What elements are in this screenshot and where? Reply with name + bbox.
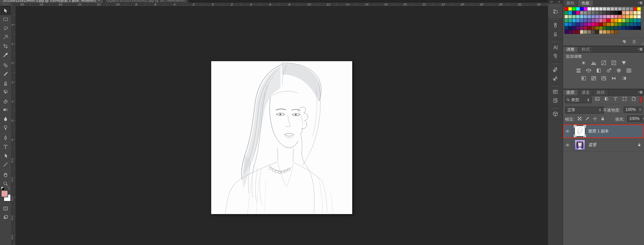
color-swatch[interactable] bbox=[564, 26, 568, 30]
adjustment-channel-mixer-button[interactable] bbox=[615, 68, 623, 74]
layer-visibility-toggle[interactable] bbox=[563, 124, 572, 138]
history-brush-tool[interactable] bbox=[0, 88, 11, 97]
new-swatch-icon[interactable] bbox=[622, 39, 627, 44]
foreground-color-swatch[interactable] bbox=[1, 190, 8, 197]
lock-all-button[interactable] bbox=[600, 116, 605, 121]
color-swatch[interactable] bbox=[599, 7, 603, 11]
color-swatch[interactable] bbox=[580, 7, 584, 11]
opacity-input[interactable]: 100% bbox=[624, 107, 643, 113]
lasso-tool[interactable] bbox=[0, 24, 11, 33]
swap-colors-icon[interactable] bbox=[7, 186, 10, 190]
color-swatch[interactable] bbox=[599, 26, 603, 30]
color-swatch[interactable] bbox=[606, 26, 610, 30]
color-swatch[interactable] bbox=[599, 18, 603, 22]
color-swatch[interactable] bbox=[618, 7, 622, 11]
color-swatch[interactable] bbox=[614, 30, 618, 34]
color-swatch[interactable] bbox=[576, 30, 580, 34]
color-swatch[interactable] bbox=[633, 11, 637, 14]
color-swatch[interactable] bbox=[637, 15, 641, 18]
dock-group-gripper[interactable] bbox=[551, 107, 559, 109]
dock-group-gripper[interactable] bbox=[552, 5, 559, 7]
color-swatch[interactable] bbox=[603, 26, 606, 30]
color-swatch[interactable] bbox=[599, 15, 603, 18]
lock-position-button[interactable] bbox=[593, 116, 597, 121]
color-swatch[interactable] bbox=[637, 7, 641, 11]
layer-thumbnail[interactable] bbox=[574, 126, 585, 136]
default-colors-icon[interactable] bbox=[1, 187, 4, 190]
color-swatch[interactable] bbox=[637, 26, 641, 30]
color-swatch[interactable] bbox=[614, 23, 618, 26]
document-tab-2[interactable]: QQ图片20110728163522.jpg @ 16.7%(RGB/8#) bbox=[103, 0, 189, 3]
color-swatch[interactable] bbox=[568, 26, 572, 30]
layer-thumbnail[interactable] bbox=[574, 139, 585, 150]
color-swatch[interactable] bbox=[606, 30, 610, 34]
color-swatch[interactable] bbox=[572, 15, 576, 18]
clone-source-panel-button[interactable] bbox=[549, 30, 562, 38]
dodge-tool[interactable] bbox=[0, 123, 11, 132]
color-swatch[interactable] bbox=[595, 30, 599, 34]
color-swatch[interactable] bbox=[637, 18, 641, 22]
color-swatch[interactable] bbox=[603, 15, 606, 18]
hand-tool[interactable] bbox=[0, 170, 11, 179]
color-swatch[interactable] bbox=[603, 11, 606, 14]
color-swatch[interactable] bbox=[606, 7, 610, 11]
color-swatch[interactable] bbox=[576, 23, 580, 26]
color-swatch[interactable] bbox=[610, 18, 614, 22]
color-swatch[interactable] bbox=[587, 15, 591, 18]
filter-type-button[interactable] bbox=[613, 96, 618, 101]
tab-close-button[interactable]: × bbox=[98, 0, 100, 3]
rectangular-marquee-tool[interactable] bbox=[0, 15, 11, 24]
color-swatch[interactable] bbox=[618, 11, 622, 14]
adjustment-selective-color-button[interactable] bbox=[610, 75, 618, 81]
adjustment-brightness-contrast-button[interactable] bbox=[580, 60, 588, 66]
color-swatch[interactable] bbox=[595, 11, 599, 14]
brush-presets-panel-button[interactable] bbox=[549, 21, 562, 30]
adjustment-curves-button[interactable] bbox=[600, 60, 608, 66]
color-swatch[interactable] bbox=[587, 18, 591, 22]
filter-image-button[interactable] bbox=[595, 96, 600, 101]
lock-transparent-button[interactable] bbox=[577, 116, 582, 121]
color-swatch[interactable] bbox=[595, 23, 599, 26]
color-swatch[interactable] bbox=[610, 15, 614, 18]
color-swatch[interactable] bbox=[591, 23, 595, 26]
color-swatch[interactable] bbox=[591, 15, 595, 18]
color-swatch[interactable] bbox=[630, 23, 633, 26]
color-swatch[interactable] bbox=[576, 15, 580, 18]
color-swatch[interactable] bbox=[572, 18, 576, 22]
pen-tool[interactable] bbox=[0, 133, 11, 142]
panel-tab-通道[interactable]: 通道 bbox=[578, 90, 593, 95]
adjustment-exposure-button[interactable] bbox=[610, 60, 618, 66]
adjustment-color-balance-button[interactable] bbox=[585, 68, 593, 74]
color-swatch[interactable] bbox=[572, 26, 576, 30]
color-swatch[interactable] bbox=[584, 7, 587, 11]
color-swatch[interactable] bbox=[576, 11, 580, 14]
color-swatch[interactable] bbox=[618, 18, 622, 22]
filter-adjustment-button[interactable] bbox=[604, 96, 609, 101]
panel-tab-样式[interactable]: 样式 bbox=[578, 47, 593, 52]
color-swatch[interactable] bbox=[568, 30, 572, 34]
layers-menu-icon[interactable] bbox=[638, 90, 643, 94]
color-swatch[interactable] bbox=[614, 11, 618, 14]
adjustment-black-white-button[interactable] bbox=[595, 68, 603, 74]
blend-mode-dropdown[interactable]: 正常 bbox=[565, 107, 604, 114]
layer-row-2[interactable]: 背景 bbox=[563, 138, 644, 152]
color-swatch[interactable] bbox=[630, 26, 633, 30]
color-swatch[interactable] bbox=[626, 23, 629, 26]
color-swatch[interactable] bbox=[587, 11, 591, 14]
color-swatch[interactable] bbox=[606, 15, 610, 18]
color-swatch[interactable] bbox=[622, 23, 626, 26]
color-swatch[interactable] bbox=[576, 7, 580, 11]
character-styles-panel-button[interactable] bbox=[549, 74, 562, 83]
three-d-panel-button[interactable] bbox=[549, 110, 562, 118]
expand-panels-icon[interactable] bbox=[550, 1, 553, 3]
line-tool[interactable] bbox=[0, 160, 11, 169]
color-swatch[interactable] bbox=[568, 7, 572, 11]
document-tab-1[interactable]: 20130513161345973.jpg @ 100%(图层 1 副本, RG… bbox=[0, 0, 103, 3]
color-swatch[interactable] bbox=[564, 18, 568, 22]
adjustment-photo-filter-button[interactable] bbox=[605, 68, 613, 74]
color-swatch[interactable] bbox=[580, 11, 584, 14]
color-swatch[interactable] bbox=[637, 11, 641, 14]
adjustment-hue-saturation-button[interactable] bbox=[574, 68, 583, 74]
panel-tab-颜色[interactable]: 颜色 bbox=[563, 0, 578, 6]
color-swatch[interactable] bbox=[564, 23, 568, 26]
